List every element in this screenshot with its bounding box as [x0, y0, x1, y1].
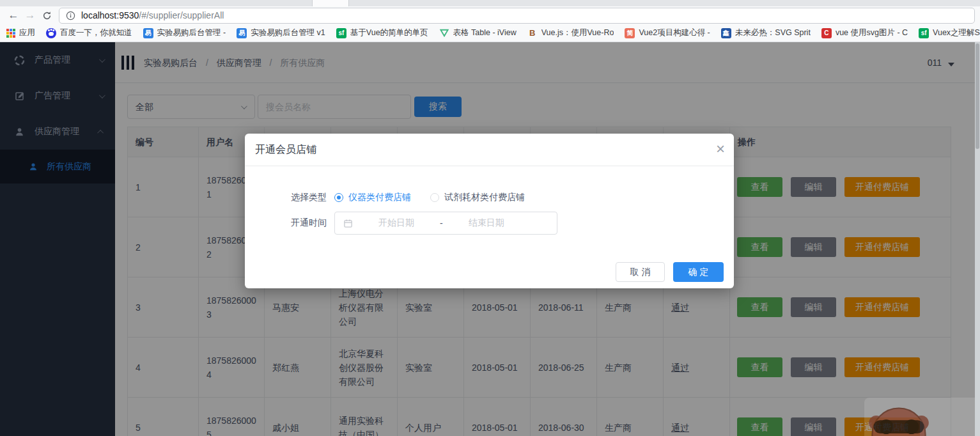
shop-type-radio-group: 仪器类付费店铺 试剂耗材类付费店铺	[334, 192, 525, 203]
page-scrollbar[interactable]	[975, 42, 980, 436]
xin-icon: 鑫	[721, 28, 731, 38]
start-date-placeholder: 开始日期	[353, 217, 440, 229]
type-form-row: 选择类型 仪器类付费店铺 试剂耗材类付费店铺	[291, 191, 525, 205]
type-label: 选择类型	[291, 192, 327, 203]
screenshot-stage: ← → localhost:9530/#/supplier/supplierAl…	[0, 0, 980, 436]
bookmark-sf-vue-spa[interactable]: sf基于Vue的简单的单页	[336, 27, 428, 38]
url-text: localhost:9530/#/supplier/supplierAll	[81, 10, 224, 20]
url-bar[interactable]: localhost:9530/#/supplier/supplierAll	[59, 8, 975, 24]
url-path: /#/supplier/supplierAll	[139, 10, 224, 20]
modal-header: 开通会员店铺	[245, 134, 734, 166]
monkey-face-icon	[866, 400, 932, 436]
date-range-input[interactable]: 开始日期 - 结束日期	[334, 212, 557, 235]
calendar-icon	[343, 219, 353, 228]
bookmark-jianshu-vue2[interactable]: 简Vue2项目构建心得 -	[625, 27, 710, 38]
jian-icon: 简	[625, 28, 635, 38]
apps-grid-icon	[6, 29, 15, 38]
yi-icon: 易	[237, 28, 247, 38]
bookmark-label: 未来必热：SVG Sprit	[735, 27, 811, 38]
radio-label-instrument[interactable]: 仪器类付费店铺	[348, 192, 411, 203]
bookmark-iview-table[interactable]: 表格 Table - iView	[439, 27, 517, 38]
sf-icon: sf	[336, 28, 346, 38]
bookmark-label: 百度一下，你就知道	[60, 27, 132, 38]
browser-tabstrip	[0, 0, 980, 6]
vue-icon	[439, 28, 449, 38]
radio-label-reagent[interactable]: 试剂耗材类付费店铺	[444, 192, 525, 203]
bookmark-svg-sprite[interactable]: 鑫未来必热：SVG Sprit	[721, 27, 811, 38]
back-icon[interactable]: ←	[5, 8, 22, 23]
bookmark-label: 基于Vue的简单的单页	[350, 27, 428, 38]
bookmark-yigou-admin-v1[interactable]: 易实验易购后台管理 v1	[237, 27, 325, 38]
b-icon: B	[527, 28, 538, 38]
open-member-shop-modal: 开通会员店铺 × 选择类型 仪器类付费店铺 试剂耗材类付费店铺 开通时间 开始日…	[245, 134, 734, 288]
radio-instrument-shop[interactable]	[334, 193, 343, 202]
baidu-paw-icon	[46, 28, 56, 38]
app-viewport: 产品管理 广告管理 供应商管理 所有供应	[0, 42, 980, 436]
c-icon: C	[821, 28, 832, 38]
radio-reagent-shop[interactable]	[430, 193, 439, 202]
cancel-button[interactable]: 取 消	[616, 262, 665, 282]
bookmark-csdn-svg[interactable]: Cvue 使用svg图片 - C	[821, 27, 908, 38]
bookmarks-bar: 应用百度一下，你就知道易实验易购后台管理 -易实验易购后台管理 v1sf基于Vu…	[0, 24, 980, 42]
time-form-row: 开通时间 开始日期 - 结束日期	[291, 212, 557, 235]
end-date-placeholder: 结束日期	[443, 217, 530, 229]
sf-icon: sf	[919, 28, 929, 38]
tab-hint	[312, 0, 349, 6]
confirm-button[interactable]: 确 定	[673, 262, 724, 282]
bookmark-label: 应用	[19, 27, 35, 38]
time-label: 开通时间	[291, 217, 327, 229]
bookmark-label: 表格 Table - iView	[453, 27, 517, 38]
bookmark-apps[interactable]: 应用	[6, 27, 35, 38]
modal-title: 开通会员店铺	[255, 143, 316, 157]
browser-chrome: ← → localhost:9530/#/supplier/supplierAl…	[0, 0, 980, 42]
scrollbar-thumb[interactable]	[976, 43, 979, 149]
bookmark-baidu[interactable]: 百度一下，你就知道	[46, 27, 132, 38]
bookmark-sf-vuex[interactable]: sfVuex之理解Store -	[919, 27, 980, 38]
bookmark-label: vue 使用svg图片 - C	[836, 27, 908, 38]
bookmark-label: Vuex之理解Store -	[933, 27, 980, 38]
bookmark-yigou-admin[interactable]: 易实验易购后台管理 -	[143, 27, 226, 38]
watermark-sticker	[864, 398, 975, 436]
info-icon	[66, 11, 75, 20]
yi-icon: 易	[143, 28, 153, 38]
browser-toolbar: ← → localhost:9530/#/supplier/supplierAl…	[0, 6, 980, 24]
bookmark-vue-router[interactable]: BVue.js：使用Vue-Ro	[527, 27, 614, 38]
close-icon[interactable]: ×	[716, 140, 725, 158]
bookmark-label: Vue2项目构建心得 -	[639, 27, 710, 38]
bookmark-label: 实验易购后台管理 -	[157, 27, 226, 38]
url-host: localhost:9530	[81, 10, 139, 20]
bookmark-label: Vue.js：使用Vue-Ro	[541, 27, 614, 38]
refresh-icon[interactable]	[38, 8, 55, 23]
forward-icon[interactable]: →	[22, 8, 38, 23]
bookmark-label: 实验易购后台管理 v1	[251, 27, 325, 38]
